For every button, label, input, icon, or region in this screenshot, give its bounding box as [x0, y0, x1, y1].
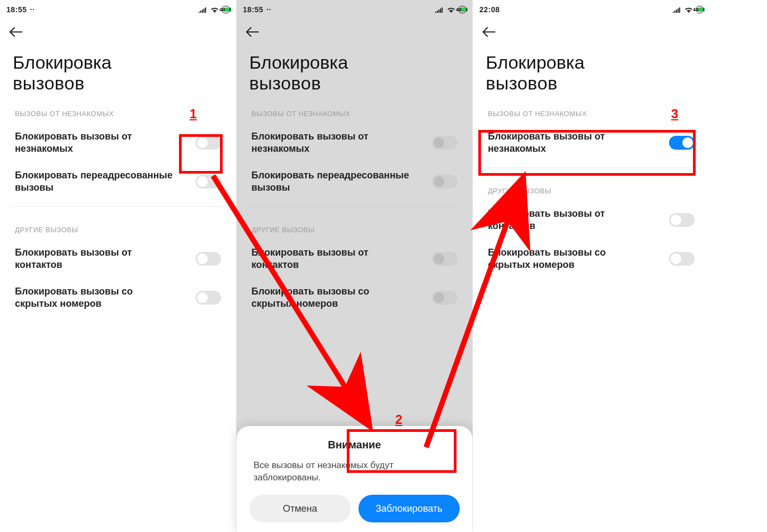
toggle-block-forwarded[interactable]	[432, 175, 458, 189]
page-title: Блокировка вызовов	[473, 42, 709, 96]
status-time: 18:55··	[6, 5, 35, 14]
divider	[484, 167, 699, 168]
status-bar: 18:55·· 49	[236, 0, 472, 19]
label-block-hidden: Блокировать вызовы со скрытых номеров	[15, 285, 175, 309]
row-block-hidden[interactable]: Блокировать вызовы со скрытых номеров	[473, 239, 709, 278]
section-other-calls: ДРУГИЕ ВЫЗОВЫ	[473, 173, 709, 200]
screen-3: 22:08 44 Блокировка вызовов	[473, 0, 709, 532]
label-block-hidden: Блокировать вызовы со скрытых номеров	[488, 247, 648, 271]
back-button[interactable]	[245, 27, 260, 37]
divider	[11, 206, 225, 207]
dialog-message: Все вызовы от незнакомых будут заблокиро…	[246, 460, 463, 495]
annotation-number-2: 2	[395, 412, 402, 427]
label-block-unknown: Блокировать вызовы от незнакомых	[15, 130, 175, 154]
toggle-block-contacts[interactable]	[195, 252, 221, 266]
label-block-hidden: Блокировать вызовы со скрытых номеров	[251, 285, 411, 309]
signal-icon	[673, 6, 681, 13]
cancel-button[interactable]: Отмена	[249, 495, 351, 522]
label-block-contacts: Блокировать вызовы от контактов	[488, 208, 648, 232]
section-other-calls: ДРУГИЕ ВЫЗОВЫ	[236, 212, 472, 239]
signal-icon	[199, 6, 207, 13]
screen-1: 18:55·· 49 Блокировка вызов	[0, 0, 236, 532]
wifi-icon	[447, 6, 455, 13]
toggle-block-hidden[interactable]	[669, 252, 695, 266]
section-unknown-callers: ВЫЗОВЫ ОТ НЕЗНАКОМЫХ	[0, 96, 236, 123]
label-block-contacts: Блокировать вызовы от контактов	[251, 247, 411, 271]
label-block-unknown: Блокировать вызовы от незнакомых	[488, 130, 648, 154]
confirm-block-button[interactable]: Заблокировать	[358, 495, 460, 522]
toggle-block-hidden[interactable]	[195, 291, 221, 305]
row-block-hidden[interactable]: Блокировать вызовы со скрытых номеров	[0, 278, 236, 317]
back-button[interactable]	[482, 27, 496, 37]
signal-icon	[435, 6, 444, 13]
status-bar: 18:55·· 49	[0, 0, 236, 19]
row-block-unknown[interactable]: Блокировать вызовы от незнакомых	[0, 123, 236, 162]
toggle-block-contacts[interactable]	[669, 213, 695, 227]
toggle-block-contacts[interactable]	[432, 252, 458, 266]
battery-icon: 49	[222, 6, 230, 13]
back-button[interactable]	[9, 27, 23, 37]
row-block-unknown[interactable]: Блокировать вызовы от незнакомых	[236, 123, 472, 162]
page-title: Блокировка вызовов	[0, 42, 236, 96]
section-other-calls: ДРУГИЕ ВЫЗОВЫ	[0, 212, 236, 239]
toggle-block-hidden[interactable]	[432, 291, 458, 305]
toggle-block-unknown[interactable]	[432, 136, 458, 150]
label-block-contacts: Блокировать вызовы от контактов	[15, 247, 175, 271]
annotation-number-1: 1	[190, 107, 197, 121]
status-bar: 22:08 44	[473, 0, 709, 19]
confirmation-dialog: Внимание Все вызовы от незнакомых будут …	[236, 426, 472, 532]
annotation-number-3: 3	[671, 107, 678, 121]
row-block-contacts[interactable]: Блокировать вызовы от контактов	[473, 200, 709, 239]
page-title: Блокировка вызовов	[236, 42, 472, 96]
row-block-forwarded[interactable]: Блокировать переадресованные вызовы	[236, 162, 472, 201]
row-block-contacts[interactable]: Блокировать вызовы от контактов	[236, 239, 472, 278]
status-time: 18:55··	[243, 5, 271, 14]
label-block-forwarded: Блокировать переадресованные вызовы	[251, 169, 411, 193]
status-time: 22:08	[479, 5, 500, 14]
status-icons: 49	[199, 6, 230, 13]
row-block-contacts[interactable]: Блокировать вызовы от контактов	[0, 239, 236, 278]
label-block-unknown: Блокировать вызовы от незнакомых	[251, 130, 411, 154]
dialog-title: Внимание	[246, 439, 463, 451]
status-icons: 49	[435, 6, 466, 13]
status-icons: 44	[673, 6, 703, 13]
divider	[247, 206, 462, 207]
row-block-hidden[interactable]: Блокировать вызовы со скрытых номеров	[236, 278, 472, 317]
toggle-block-forwarded[interactable]	[195, 175, 221, 189]
screen-2: 18:55·· 49 Блокировка вызов	[236, 0, 473, 532]
label-block-forwarded: Блокировать переадресованные вызовы	[15, 169, 175, 193]
row-block-forwarded[interactable]: Блокировать переадресованные вызовы	[0, 162, 236, 201]
section-unknown-callers: ВЫЗОВЫ ОТ НЕЗНАКОМЫХ	[236, 96, 472, 123]
battery-icon: 49	[459, 6, 466, 13]
toggle-block-unknown[interactable]	[195, 136, 221, 150]
battery-icon: 44	[696, 6, 703, 13]
toggle-block-unknown[interactable]	[669, 136, 695, 150]
wifi-icon	[210, 6, 219, 13]
row-block-unknown[interactable]: Блокировать вызовы от незнакомых	[473, 123, 709, 162]
wifi-icon	[684, 6, 693, 13]
